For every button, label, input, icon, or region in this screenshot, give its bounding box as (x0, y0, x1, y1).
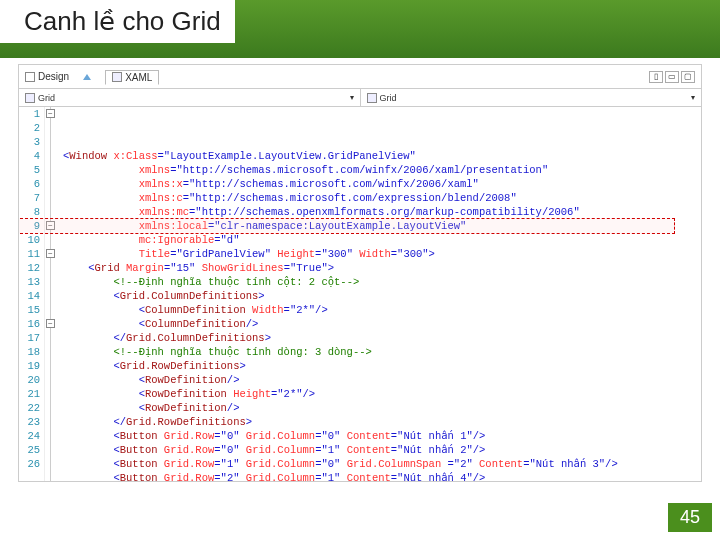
code-line[interactable]: <Button Grid.Row="0" Grid.Column="0" Con… (63, 429, 701, 443)
code-line[interactable]: <!--Định nghĩa thuộc tính dòng: 3 dòng--… (63, 345, 701, 359)
line-number: 3 (19, 135, 40, 149)
tab-xaml-label: XAML (125, 72, 152, 83)
fold-toggle[interactable]: − (46, 221, 55, 230)
code-line[interactable]: mc:Ignorable="d" (63, 233, 701, 247)
line-number: 1 (19, 107, 40, 121)
code-line[interactable]: <Window x:Class="LayoutExample.LayoutVie… (63, 149, 701, 163)
xaml-icon (112, 72, 122, 82)
line-number: 8 (19, 205, 40, 219)
code-line[interactable]: <ColumnDefinition Width="2*"/> (63, 303, 701, 317)
grid-icon (25, 93, 35, 103)
fold-toggle[interactable]: − (46, 319, 55, 328)
code-line[interactable]: xmlns:c="http://schemas.microsoft.com/ex… (63, 191, 701, 205)
crumb-left[interactable]: Grid▾ (19, 89, 361, 106)
line-number: 14 (19, 289, 40, 303)
code-line[interactable]: <Grid Margin="15" ShowGridLines="True"> (63, 261, 701, 275)
code-line[interactable]: <RowDefinition/> (63, 401, 701, 415)
title-bar: Canh lề cho Grid (0, 0, 720, 58)
design-icon (25, 72, 35, 82)
line-number: 18 (19, 345, 40, 359)
code-line[interactable]: <!--Định nghĩa thuộc tính cột: 2 cột--> (63, 275, 701, 289)
crumb-right-label: Grid (380, 93, 397, 103)
grid-icon (367, 93, 377, 103)
line-number: 20 (19, 373, 40, 387)
line-number: 10 (19, 233, 40, 247)
code-line[interactable]: Title="GridPanelView" Height="300" Width… (63, 247, 701, 261)
line-number: 16 (19, 317, 40, 331)
line-number: 21 (19, 387, 40, 401)
line-number: 17 (19, 331, 40, 345)
xaml-editor: Design XAML ▯ ▭ ▢ Grid▾ Grid▾ 1234567891… (18, 64, 702, 482)
code-line[interactable]: <RowDefinition Height="2*"/> (63, 387, 701, 401)
line-number: 4 (19, 149, 40, 163)
code-content[interactable]: <Window x:Class="LayoutExample.LayoutVie… (59, 107, 701, 481)
code-line[interactable]: xmlns="http://schemas.microsoft.com/winf… (63, 163, 701, 177)
split-vertical-icon[interactable]: ▯ (649, 71, 663, 83)
code-area: 1234567891011121314151617181920212223242… (19, 107, 701, 481)
fold-toggle[interactable]: − (46, 249, 55, 258)
line-number: 22 (19, 401, 40, 415)
tab-design[interactable]: Design (25, 71, 69, 82)
line-number: 13 (19, 275, 40, 289)
code-line[interactable]: </Grid.ColumnDefinitions> (63, 331, 701, 345)
breadcrumb: Grid▾ Grid▾ (19, 89, 701, 107)
tab-xaml[interactable]: XAML (105, 70, 159, 85)
line-number: 19 (19, 359, 40, 373)
crumb-right[interactable]: Grid▾ (361, 89, 702, 106)
chevron-down-icon: ▾ (350, 93, 354, 102)
line-number: 15 (19, 303, 40, 317)
pane-layout-buttons: ▯ ▭ ▢ (649, 71, 695, 83)
line-number: 24 (19, 429, 40, 443)
line-number: 6 (19, 177, 40, 191)
crumb-left-label: Grid (38, 93, 55, 103)
line-number: 11 (19, 247, 40, 261)
slide-title: Canh lề cho Grid (0, 0, 235, 43)
arrow-up-icon (83, 74, 91, 80)
fold-column: −−−− (45, 107, 59, 481)
line-number: 2 (19, 121, 40, 135)
collapse-pane-icon[interactable]: ▢ (681, 71, 695, 83)
line-number: 12 (19, 261, 40, 275)
line-number: 7 (19, 191, 40, 205)
line-number: 23 (19, 415, 40, 429)
code-line[interactable]: <RowDefinition/> (63, 373, 701, 387)
fold-toggle[interactable]: − (46, 109, 55, 118)
line-number: 5 (19, 163, 40, 177)
code-line[interactable]: <Grid.RowDefinitions> (63, 359, 701, 373)
swap-panes[interactable] (83, 74, 91, 80)
page-number-badge: 45 (668, 503, 712, 532)
code-line[interactable]: <Button Grid.Row="1" Grid.Column="0" Gri… (63, 457, 701, 471)
line-number: 26 (19, 457, 40, 471)
code-line[interactable]: xmlns:x="http://schemas.microsoft.com/wi… (63, 177, 701, 191)
code-line[interactable]: </Grid.RowDefinitions> (63, 415, 701, 429)
code-line[interactable]: <ColumnDefinition/> (63, 317, 701, 331)
code-line[interactable]: xmlns:mc="http://schemas.openxmlformats.… (63, 205, 701, 219)
code-line[interactable]: xmlns:local="clr-namespace:LayoutExample… (63, 219, 701, 233)
line-number-gutter: 1234567891011121314151617181920212223242… (19, 107, 45, 481)
line-number: 9 (19, 219, 40, 233)
code-line[interactable]: <Button Grid.Row="0" Grid.Column="1" Con… (63, 443, 701, 457)
code-line[interactable]: <Button Grid.Row="2" Grid.Column="1" Con… (63, 471, 701, 481)
line-number: 25 (19, 443, 40, 457)
code-line[interactable]: <Grid.ColumnDefinitions> (63, 289, 701, 303)
editor-tabs: Design XAML ▯ ▭ ▢ (19, 65, 701, 89)
chevron-down-icon: ▾ (691, 93, 695, 102)
tab-design-label: Design (38, 71, 69, 82)
split-horizontal-icon[interactable]: ▭ (665, 71, 679, 83)
